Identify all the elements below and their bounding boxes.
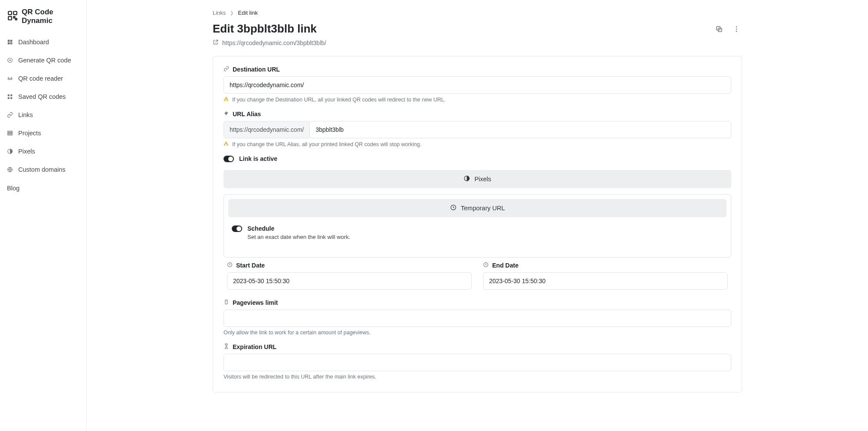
link-active-label: Link is active xyxy=(239,155,277,162)
bolt-icon xyxy=(224,111,229,118)
mouse-icon xyxy=(224,299,229,306)
schedule-description: Set an exact date when the link will wor… xyxy=(247,234,723,240)
svg-rect-12 xyxy=(8,95,10,96)
start-date-input[interactable] xyxy=(227,272,472,290)
sidebar-item-projects[interactable]: Projects xyxy=(0,124,86,142)
sidebar-item-saved[interactable]: Saved QR codes xyxy=(0,88,86,106)
sidebar-item-label: Custom domains xyxy=(18,166,66,173)
svg-point-23 xyxy=(736,26,737,27)
link-active-toggle[interactable] xyxy=(224,156,234,162)
projects-icon xyxy=(7,130,13,136)
temporary-url-label: Temporary URL xyxy=(461,205,505,212)
svg-rect-13 xyxy=(10,95,12,96)
svg-point-11 xyxy=(10,78,12,80)
more-menu-button[interactable] xyxy=(731,23,742,35)
svg-rect-30 xyxy=(225,300,227,304)
more-vertical-icon xyxy=(733,25,740,33)
expiration-url-label: Expiration URL xyxy=(233,343,276,350)
qr-logo-icon xyxy=(7,10,18,23)
sidebar-item-label: Generate QR code xyxy=(18,57,71,64)
destination-url-warning: If you change the Destination URL, all y… xyxy=(232,97,446,103)
svg-rect-18 xyxy=(8,134,13,135)
svg-rect-17 xyxy=(8,133,13,134)
sidebar-item-domains[interactable]: Custom domains xyxy=(0,160,86,179)
warning-icon xyxy=(224,96,229,103)
half-circle-icon xyxy=(464,175,470,183)
copy-button[interactable] xyxy=(713,23,725,35)
svg-rect-14 xyxy=(8,97,10,99)
pixels-section-button[interactable]: Pixels xyxy=(224,170,731,188)
sidebar-nav: Dashboard Generate QR code QR code reade… xyxy=(0,33,86,179)
destination-url-field: Destination URL If you change the Destin… xyxy=(224,66,731,103)
sidebar-item-generate[interactable]: Generate QR code xyxy=(0,51,86,69)
globe-icon xyxy=(7,167,13,173)
pixels-section-label: Pixels xyxy=(474,176,491,183)
destination-url-input[interactable] xyxy=(224,76,731,94)
half-circle-icon xyxy=(7,148,13,154)
breadcrumb: Links ❯ Edit link xyxy=(213,10,742,16)
page-title: Edit 3bpblt3blb link xyxy=(213,22,317,36)
end-date-field: End Date xyxy=(483,262,728,290)
schedule-label: Schedule xyxy=(247,225,274,232)
glasses-icon xyxy=(7,75,13,82)
svg-rect-8 xyxy=(10,42,13,45)
start-date-field: Start Date xyxy=(227,262,472,290)
brand-name: QR Code Dynamic xyxy=(22,8,79,25)
pageviews-limit-label: Pageviews limit xyxy=(233,299,278,306)
schedule-toggle[interactable] xyxy=(232,225,242,232)
sidebar-item-dashboard[interactable]: Dashboard xyxy=(0,33,86,51)
url-alias-input[interactable] xyxy=(309,121,731,138)
sidebar-blog-link[interactable]: Blog xyxy=(0,179,86,198)
temporary-url-panel: Temporary URL Schedule Set an exact date… xyxy=(224,194,731,258)
warning-icon xyxy=(224,141,229,147)
sidebar-item-label: Projects xyxy=(18,130,41,137)
url-alias-warning: If you change the URL Alias, all your pr… xyxy=(232,141,421,147)
link-icon xyxy=(7,112,13,118)
sidebar: QR Code Dynamic Dashboard Generate QR co… xyxy=(0,0,87,410)
url-alias-field: URL Alias https://qrcodedynamic.com/ If … xyxy=(224,111,731,147)
svg-rect-16 xyxy=(8,131,13,132)
svg-point-10 xyxy=(8,78,10,80)
svg-rect-4 xyxy=(16,18,17,20)
svg-point-24 xyxy=(736,28,737,29)
start-date-label: Start Date xyxy=(236,262,265,269)
url-alias-label: URL Alias xyxy=(233,111,261,118)
svg-rect-7 xyxy=(8,42,10,45)
end-date-input[interactable] xyxy=(483,272,728,290)
link-icon xyxy=(224,66,229,73)
svg-rect-0 xyxy=(8,11,12,15)
end-date-label: End Date xyxy=(492,262,519,269)
svg-rect-5 xyxy=(8,40,10,42)
url-alias-prefix: https://qrcodedynamic.com/ xyxy=(224,121,309,138)
clock-icon xyxy=(450,204,457,212)
expiration-url-field: Expiration URL Visitors will be redirect… xyxy=(224,343,731,380)
brand-logo[interactable]: QR Code Dynamic xyxy=(0,4,86,33)
svg-rect-2 xyxy=(8,16,12,20)
svg-rect-3 xyxy=(13,16,15,18)
breadcrumb-links[interactable]: Links xyxy=(213,10,226,16)
temporary-url-section-button[interactable]: Temporary URL xyxy=(228,199,727,217)
pageviews-limit-input[interactable] xyxy=(224,310,731,327)
expiration-url-input[interactable] xyxy=(224,354,731,371)
main-content: Links ❯ Edit link Edit 3bpblt3blb link xyxy=(87,0,868,410)
grid-icon xyxy=(7,39,13,45)
hourglass-icon xyxy=(224,343,229,350)
sidebar-item-label: Links xyxy=(18,111,33,118)
clock-icon xyxy=(483,262,489,269)
chevron-right-icon: ❯ xyxy=(230,10,233,15)
external-link-icon xyxy=(213,39,219,46)
pageviews-limit-helper: Only allow the link to work for a certai… xyxy=(224,330,731,336)
edit-link-card: Destination URL If you change the Destin… xyxy=(213,56,742,392)
sidebar-item-label: QR code reader xyxy=(18,75,63,82)
pageviews-limit-field: Pageviews limit Only allow the link to w… xyxy=(224,299,731,336)
sidebar-item-label: Pixels xyxy=(18,148,35,155)
breadcrumb-current: Edit link xyxy=(238,10,258,16)
sidebar-item-pixels[interactable]: Pixels xyxy=(0,142,86,160)
short-url-link[interactable]: https://qrcodedynamic.com/3bpblt3blb/ xyxy=(222,39,326,46)
svg-rect-1 xyxy=(13,11,17,15)
sidebar-item-reader[interactable]: QR code reader xyxy=(0,69,86,88)
expiration-url-helper: Visitors will be redirected to this URL … xyxy=(224,374,731,380)
sidebar-item-links[interactable]: Links xyxy=(0,106,86,124)
svg-rect-15 xyxy=(10,97,12,99)
svg-point-25 xyxy=(736,30,737,32)
